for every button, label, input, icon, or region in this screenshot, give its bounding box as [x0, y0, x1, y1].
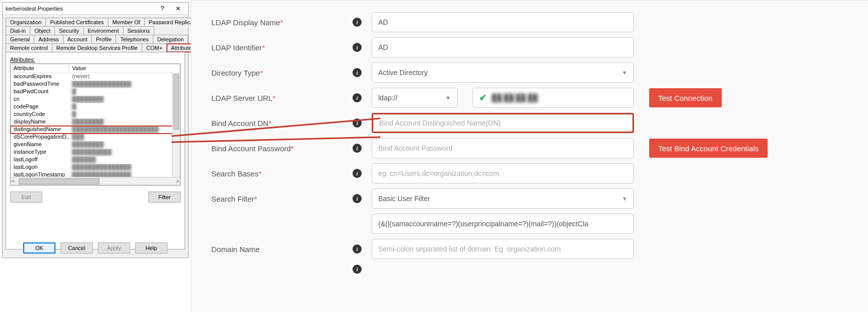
tab-com-[interactable]: COM+ [142, 43, 167, 52]
attr-value: ███████████████ [69, 81, 180, 88]
attr-value: █ [69, 111, 180, 118]
col-header-value[interactable]: Value [69, 64, 180, 73]
ldap-display-name-input[interactable] [372, 12, 634, 32]
tab-member-of[interactable]: Member Of [108, 18, 145, 27]
chevron-down-icon: ▼ [622, 196, 627, 202]
list-item[interactable]: lastLogoff██████ [11, 156, 180, 164]
info-icon[interactable]: i [353, 265, 362, 274]
search-filter-select[interactable]: Basic User Filter ▼ [372, 189, 634, 209]
info-icon[interactable]: i [353, 244, 362, 254]
edit-button[interactable]: Edit [10, 192, 42, 203]
tab-delegation[interactable]: Delegation [153, 35, 189, 44]
list-item[interactable]: badPasswordTime███████████████ [11, 81, 180, 88]
info-icon[interactable]: i [353, 118, 362, 128]
properties-dialog: kerberostest Properties ? ✕ Organization… [2, 2, 189, 258]
ldap-host-box[interactable]: ✔ ██.██.██.██ [473, 88, 634, 108]
list-item[interactable]: dSCorePropagationD...███ [11, 134, 180, 141]
attr-value: (never) [69, 73, 180, 81]
cancel-button[interactable]: Cancel [61, 242, 93, 254]
tab-remote-control[interactable]: Remote control [6, 43, 52, 52]
close-icon[interactable]: ✕ [171, 4, 185, 14]
attr-name: distinguishedName [11, 126, 69, 134]
list-item[interactable]: givenName████████ [11, 141, 180, 149]
apply-button[interactable]: Apply [98, 242, 130, 254]
info-icon[interactable]: i [353, 68, 362, 77]
attributes-listbox[interactable]: Attribute Value accountExpires(never)bad… [10, 64, 181, 185]
attr-name: codePage [11, 103, 69, 111]
info-icon[interactable]: i [353, 169, 362, 178]
list-item[interactable]: codePage█ [11, 103, 180, 111]
filter-button[interactable]: Filter [148, 192, 181, 203]
domain-name-input[interactable] [372, 239, 634, 259]
attr-name: cn [11, 96, 69, 103]
attr-name: lastLogon [11, 164, 69, 171]
bind-account-dn-input[interactable] [372, 113, 634, 133]
col-header-attribute[interactable]: Attribute [11, 64, 69, 73]
check-icon: ✔ [479, 92, 487, 103]
attr-name: displayName [11, 118, 69, 126]
ldap-protocol-value: ldap:// [378, 94, 397, 102]
info-icon[interactable]: i [353, 93, 362, 102]
list-item[interactable]: badPwdCount█ [11, 88, 180, 96]
tab-profile[interactable]: Profile [91, 35, 116, 44]
list-header[interactable]: Attribute Value [11, 64, 180, 73]
attr-name: accountExpires [11, 73, 69, 81]
attr-name: lastLogoff [11, 156, 69, 164]
tab-object[interactable]: Object [30, 26, 55, 35]
list-item[interactable]: instanceType██████████ [11, 149, 180, 156]
list-item[interactable]: lastLogonTimestamp███████████████ [11, 171, 180, 177]
list-item[interactable]: countryCode█ [11, 111, 180, 118]
help-button[interactable]: Help [135, 242, 167, 254]
attr-value: ██████ [69, 156, 180, 164]
chevron-down-icon: ▼ [445, 95, 451, 101]
tab-address[interactable]: Address [34, 35, 63, 44]
directory-type-select[interactable]: Active Directory ▼ [372, 63, 634, 83]
attr-value: █ [69, 88, 180, 96]
list-item[interactable]: displayName████████ [11, 118, 180, 126]
domain-name-label: Domain Name [211, 245, 353, 254]
attr-name: dSCorePropagationD... [11, 134, 69, 141]
list-item[interactable]: lastLogon███████████████ [11, 164, 180, 171]
tab-published-certificates[interactable]: Published Certificates [45, 18, 108, 27]
search-filter-expression[interactable]: (&(|(samaccountname=?)(userprincipalname… [372, 214, 634, 234]
ldap-identifier-label: LDAP Identifier* [211, 43, 353, 52]
ok-button[interactable]: OK [23, 242, 55, 254]
tab-remote-desktop-services-profile[interactable]: Remote Desktop Services Profile [52, 43, 142, 52]
test-connection-button[interactable]: Test Connection [649, 88, 722, 107]
vertical-scrollbar[interactable] [172, 73, 180, 177]
attr-value: ████████ [69, 96, 180, 103]
tab-telephones[interactable]: Telephones [115, 35, 153, 44]
list-item[interactable]: distinguishedName██████████████████████ [11, 126, 180, 134]
info-icon[interactable]: i [353, 43, 362, 52]
help-icon[interactable]: ? [155, 3, 169, 13]
attr-value: ████████ [69, 141, 180, 149]
attr-value: ███████████████ [69, 164, 180, 171]
tab-organization[interactable]: Organization [6, 18, 46, 27]
attr-value: ███ [69, 134, 180, 141]
tab-security[interactable]: Security [54, 26, 84, 35]
search-bases-input[interactable] [372, 163, 634, 183]
horizontal-scrollbar[interactable]: <> [11, 177, 180, 185]
ldap-server-url-label: LDAP Server URL* [211, 94, 353, 102]
ldap-display-name-label: LDAP Display Name* [211, 18, 353, 27]
attr-name: badPasswordTime [11, 81, 69, 88]
tab-sessions[interactable]: Sessions [123, 26, 155, 35]
tab-account[interactable]: Account [63, 35, 92, 44]
tab-general[interactable]: General [6, 35, 34, 44]
info-icon[interactable]: i [353, 18, 362, 27]
list-item[interactable]: accountExpires(never) [11, 73, 180, 81]
directory-type-value: Active Directory [378, 69, 428, 77]
list-item[interactable]: cn████████ [11, 96, 180, 103]
bind-account-password-input[interactable] [372, 138, 634, 158]
ldap-protocol-select[interactable]: ldap:// ▼ [372, 88, 457, 108]
ldap-identifier-input[interactable] [372, 37, 634, 57]
search-bases-label: Search Bases* [211, 169, 353, 178]
test-bind-credentials-button[interactable]: Test Bind Account Credentials [649, 139, 768, 158]
titlebar[interactable]: kerberostest Properties ? ✕ [3, 3, 188, 15]
attr-value: ████████ [69, 118, 180, 126]
tab-environment[interactable]: Environment [83, 26, 124, 35]
info-icon[interactable]: i [353, 194, 362, 203]
info-icon[interactable]: i [353, 144, 362, 153]
attr-name: lastLogonTimestamp [11, 171, 69, 177]
tab-dial-in[interactable]: Dial-in [6, 26, 30, 35]
